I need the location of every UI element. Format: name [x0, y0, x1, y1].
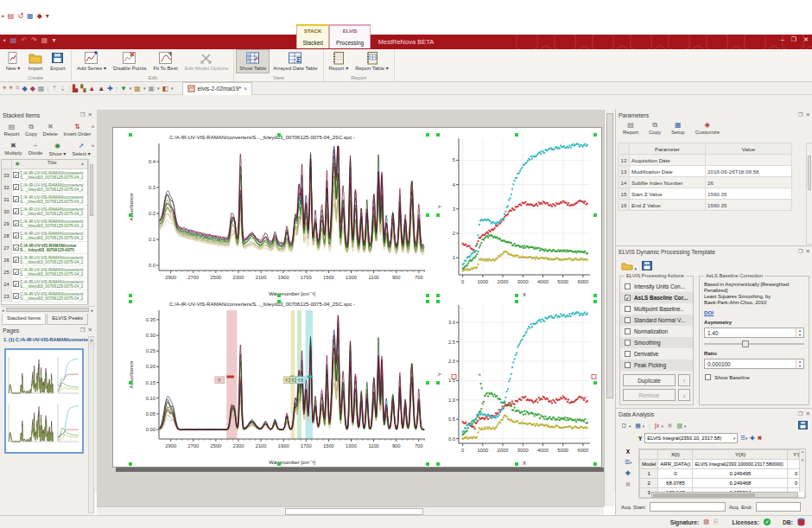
secondary-toolbar-icons[interactable]: ⌖⌖⌗◆◆▦|⇡⇣|▙▚▲▲✚|▼▾▦▾▣▾◧▾: [0, 84, 174, 92]
flag-icon[interactable]: ▪: [2, 12, 4, 20]
caret-down-icon[interactable]: ▾: [46, 12, 49, 20]
asymmetry-slider[interactable]: [704, 340, 804, 347]
close-button[interactable]: ✕: [803, 36, 809, 43]
float-panel-icon[interactable]: ❐: [80, 111, 86, 118]
processing-action-asls-baseline-cor-[interactable]: ✓AsLS Baseline Cor...: [620, 292, 693, 303]
calendar-icon[interactable]: ▤: [8, 12, 15, 20]
show-baseline-checkbox[interactable]: [705, 374, 711, 380]
sort-icon[interactable]: ▴: [81, 160, 87, 169]
restore-button[interactable]: ❒: [791, 36, 796, 43]
stacked-item-row[interactable]: 27✓C:/A-IR-UV-VIS-RAMAN/conveS..._foleyd…: [2, 242, 87, 254]
float-panel-icon[interactable]: ❐: [798, 410, 803, 417]
duplicate-button[interactable]: Duplicate: [623, 374, 676, 386]
scatter-plot-bottom[interactable]: 01000200030004000500060000.00.51.01.52.0…: [435, 299, 598, 467]
stacked-item-row[interactable]: 30✓C:/A-IR-UV-VIS-RAMAN/converters/S..._…: [2, 206, 87, 218]
tool-icon[interactable]: ◆: [22, 85, 28, 92]
parameters-vscrollbar[interactable]: [806, 143, 812, 245]
stacked-items-vscrollbar[interactable]: [88, 159, 94, 305]
stacked-items-table-header[interactable]: ◉ Title ▴: [2, 160, 87, 169]
tool-icon[interactable]: ▦: [38, 85, 45, 92]
tool-icon[interactable]: ▦: [134, 85, 141, 92]
float-panel-icon[interactable]: ❐: [798, 248, 803, 255]
parameter-row[interactable]: 12Acquisition Date: [619, 155, 792, 166]
fit-to-best-button[interactable]: Fit To Best: [149, 49, 181, 73]
parameter-row[interactable]: 14Subfile Index Number26: [619, 177, 792, 188]
new-document-button[interactable]: New ▾: [2, 49, 24, 73]
tool-icon[interactable]: ▾: [157, 86, 160, 91]
stacked-item-row[interactable]: 29✓C:/A-IR-UV-VIS-RAMAN/converters/S..._…: [2, 218, 87, 230]
close-panel-icon[interactable]: ✕: [88, 111, 92, 118]
parameter-row[interactable]: 15Start Z Value1560.35: [619, 188, 792, 200]
workspace-tab-elvis[interactable]: ELVISProcessing: [329, 24, 371, 48]
undo-icon[interactable]: ↺: [17, 12, 23, 20]
item-checkbox[interactable]: ✓: [13, 245, 19, 251]
stacked-items-hscrollbar[interactable]: ◂▸: [1, 306, 94, 313]
document-canvas[interactable]: C:/A-IR-UV-VIS-RAMAN/converters/S..._fol…: [97, 110, 604, 515]
action-checkbox[interactable]: [625, 351, 631, 357]
data-row[interactable]: 268.07850.2494680: [640, 479, 805, 488]
item-checkbox[interactable]: ✓: [13, 232, 19, 239]
tool-icon[interactable]: ⌖: [10, 84, 14, 92]
stacked-item-row[interactable]: 28✓C:/A-IR-UV-VIS-RAMAN/converters/S..._…: [2, 230, 87, 242]
close-panel-icon[interactable]: ✕: [88, 327, 92, 334]
stacked-item-row[interactable]: 33✓C:/A-IR-UV-VIS-RAMAN/converters/S..._…: [2, 169, 87, 181]
processing-action-multipoint-baseline-[interactable]: Multipoint Baseline..: [620, 303, 693, 315]
y-series-select[interactable]: ELVIS Integral(2393.10, 2317.58)▾: [644, 433, 738, 443]
graph-image-icon[interactable]: ▨ ▾: [676, 423, 686, 429]
spectrum-plot-bottom[interactable]: C:/A-IR-UV-VIS-RAMAN/converters/S..._fol…: [128, 299, 430, 467]
page-thumbnail[interactable]: [4, 348, 84, 454]
action-checkbox[interactable]: [625, 306, 631, 312]
item-checkbox[interactable]: ✓: [13, 269, 19, 275]
export-disk-button[interactable]: Export: [47, 49, 69, 73]
item-checkbox[interactable]: ✓: [13, 281, 19, 287]
canvas-vscrollbar[interactable]: [604, 110, 614, 506]
pages-vscrollbar[interactable]: ▲: [88, 336, 94, 513]
scatter-plot-top[interactable]: 010002000300040005000600012345XY: [435, 132, 598, 298]
document-tab[interactable]: elvis-2-02mai19* ×: [182, 82, 253, 95]
processing-action-normalization[interactable]: Normalization: [620, 326, 693, 337]
copy-button[interactable]: ⧉Copy: [647, 121, 663, 135]
table-view-icon[interactable]: ▦ ▾: [635, 423, 644, 429]
workspace-tab-stack[interactable]: STACKStacked: [296, 24, 329, 48]
stacked-item-row[interactable]: 25✓C:/A-IR-UV-VIS-RAMAN/converters/S..._…: [2, 266, 87, 278]
x-menu-icon[interactable]: ☰▾: [625, 459, 632, 466]
remove-button[interactable]: Remove: [623, 389, 676, 401]
action-checkbox[interactable]: [625, 283, 631, 289]
action-checkbox[interactable]: [625, 362, 631, 368]
titlebar[interactable]: ▪▤↶↷▦▾ MestReNova BETA – ❒ ✕: [0, 35, 812, 49]
tool-icon[interactable]: ▾: [130, 86, 132, 91]
tool-icon[interactable]: ▼: [120, 85, 127, 92]
save-template-button[interactable]: [642, 258, 652, 274]
data-analysis-table[interactable]: X(I)Y(X)Y'(ModelARR_DATA()ELVIS Integral…: [638, 448, 806, 499]
document-tab-close-icon[interactable]: ×: [244, 86, 247, 92]
item-checkbox[interactable]: ✓: [13, 172, 19, 178]
float-panel-icon[interactable]: ❐: [80, 327, 86, 334]
tool-icon[interactable]: ▲: [98, 85, 105, 92]
close-panel-icon[interactable]: ✕: [806, 111, 810, 118]
action-checkbox[interactable]: [625, 317, 631, 323]
minimize-button[interactable]: –: [781, 36, 784, 43]
tool-icon[interactable]: ⌗: [16, 84, 20, 92]
tool-icon[interactable]: ✚: [107, 85, 113, 92]
acq-end-input[interactable]: [756, 502, 801, 512]
title-column-header[interactable]: Title: [22, 160, 81, 169]
move-down-button[interactable]: ↓: [678, 389, 690, 401]
series-menu-icon[interactable]: ☰▾: [740, 435, 747, 442]
multiply-button[interactable]: ✖Multiply: [3, 142, 23, 156]
report-button[interactable]: ▤Report: [621, 121, 640, 135]
processing-action-standard-normal-v-[interactable]: Standard Normal V...: [620, 315, 693, 326]
doi-link[interactable]: DOI: [704, 309, 804, 315]
tool-icon[interactable]: ▾: [143, 86, 146, 91]
tab-elvis-peaks[interactable]: ELVIS Peaks: [47, 314, 88, 325]
print-icon[interactable]: ▦: [27, 12, 34, 20]
data-row[interactable]: 100.2494950: [640, 469, 805, 479]
copy-button[interactable]: ⧉Copy: [23, 123, 39, 137]
spectrum-plot-top[interactable]: C:/A-IR-UV-VIS-RAMAN/converters/S..._fol…: [128, 132, 430, 298]
tool-icon[interactable]: ⇡: [52, 85, 58, 92]
tool-icon[interactable]: ▣: [148, 85, 155, 92]
x-remove-icon[interactable]: ✖: [625, 481, 631, 488]
model-row[interactable]: ModelARR_DATA()ELVIS Integral(2393.10000…: [640, 460, 805, 469]
report-button[interactable]: ▤Report: [3, 123, 22, 137]
fit-curve-icon[interactable]: ∫x ▾: [655, 423, 663, 429]
action-checkbox[interactable]: ✓: [625, 295, 631, 301]
